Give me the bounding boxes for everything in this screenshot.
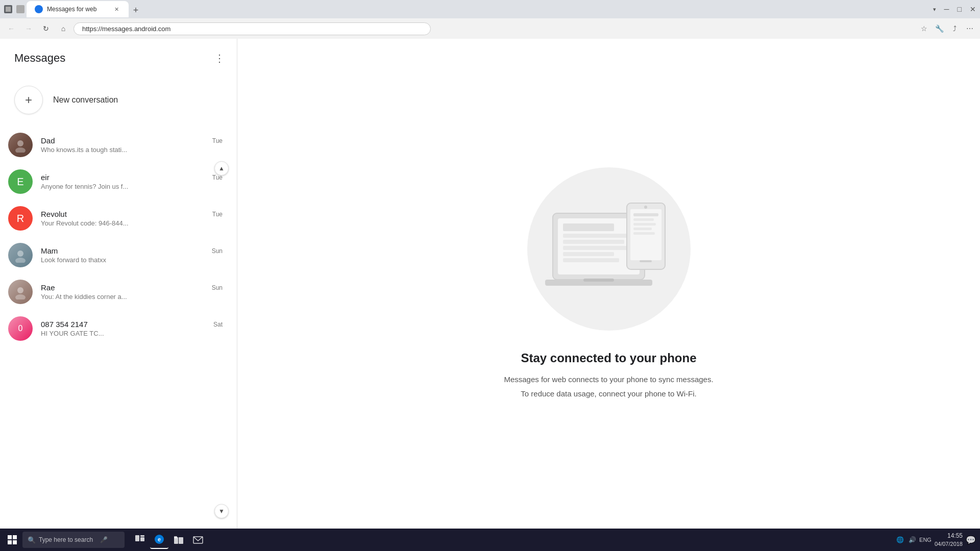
address-bar: ← → ↻ ⌂ https://messages.android.com ☆ 🔧…	[0, 18, 980, 39]
svg-rect-0	[6, 7, 11, 12]
more-menu-button[interactable]: ⋮	[210, 49, 229, 67]
more-icon: ⋮	[214, 52, 225, 64]
conv-name-row: Revolut Tue	[41, 210, 223, 218]
taskbar-right: 🌐 🔊 ENG 14:55 04/07/2018 💬	[895, 532, 976, 548]
sidebar: Messages ⋮ + New conversation Dad Tue Wh…	[0, 39, 237, 529]
tab-bar-right: ▾ ─ □ ✕	[931, 5, 976, 14]
svg-rect-25	[633, 232, 655, 235]
svg-rect-12	[563, 246, 629, 250]
svg-rect-11	[563, 240, 624, 244]
taskbar-search[interactable]: 🔍 Type here to search 🎤	[22, 532, 125, 548]
conv-preview: Who knows.its a tough stati...	[41, 146, 223, 154]
svg-rect-21	[633, 213, 658, 216]
conversations-list: Dad Tue Who knows.its a tough stati... E…	[0, 127, 237, 529]
taskbar-task-view[interactable]	[131, 531, 149, 549]
menu-button[interactable]: ⋯	[964, 22, 976, 35]
search-icon: 🔍	[28, 536, 36, 544]
svg-rect-29	[13, 540, 17, 544]
scroll-down-button[interactable]: ▼	[214, 504, 229, 518]
network-icon[interactable]: 🌐	[895, 535, 905, 545]
address-bar-right: ☆ 🔧 ⤴ ⋯	[918, 22, 976, 35]
conv-info: 087 354 2147 Sat HI YOUR GATE TC...	[41, 320, 223, 337]
svg-point-2	[15, 147, 26, 153]
svg-rect-13	[563, 252, 614, 256]
avatar	[8, 243, 33, 267]
tab-dropdown-button[interactable]: ▾	[931, 5, 938, 14]
close-window-button[interactable]: ✕	[970, 5, 976, 13]
conv-preview: Your Revolut code: 946-844...	[41, 219, 223, 227]
conv-name: eir	[41, 173, 50, 182]
svg-rect-14	[563, 258, 619, 262]
conv-time: Tue	[212, 211, 223, 218]
back-button[interactable]: ←	[4, 21, 18, 36]
svg-rect-27	[13, 535, 17, 539]
window-tabs-icon	[16, 5, 24, 13]
taskbar-clock[interactable]: 14:55 04/07/2018	[935, 532, 963, 548]
list-item[interactable]: E eir Tue Anyone for tennis? Join us f..…	[0, 163, 237, 200]
conv-info: eir Tue Anyone for tennis? Join us f...	[41, 173, 223, 190]
url-input[interactable]: https://messages.android.com	[74, 22, 431, 35]
conv-info: Revolut Tue Your Revolut code: 946-844..…	[41, 210, 223, 227]
new-conversation-icon: +	[14, 86, 43, 114]
svg-rect-10	[563, 234, 634, 238]
svg-rect-22	[633, 218, 654, 221]
microphone-icon: 🎤	[100, 536, 108, 543]
list-item[interactable]: Dad Tue Who knows.its a tough stati...	[0, 127, 237, 163]
list-item[interactable]: 0 087 354 2147 Sat HI YOUR GATE TC...	[0, 310, 237, 347]
maximize-button[interactable]: □	[958, 5, 962, 13]
conv-name-row: eir Tue	[41, 173, 223, 182]
home-button[interactable]: ⌂	[56, 21, 70, 36]
volume-icon[interactable]: 🔊	[907, 535, 917, 545]
taskbar-mail-app[interactable]	[189, 531, 207, 549]
svg-rect-20	[640, 260, 652, 262]
list-item[interactable]: R Revolut Tue Your Revolut code: 946-844…	[0, 200, 237, 237]
main-subtext-1: Messages for web connects to your phone …	[504, 373, 713, 386]
list-item[interactable]: Mam Sun Look forward to thatxx	[0, 237, 237, 273]
svg-point-4	[15, 258, 26, 263]
scroll-up-button[interactable]: ▲	[214, 161, 229, 176]
taskbar-time-display: 14:55	[935, 532, 963, 540]
svg-rect-32	[140, 535, 144, 537]
tab-close-button[interactable]: ✕	[112, 5, 120, 13]
conv-info: Dad Tue Who knows.its a tough stati...	[41, 136, 223, 154]
taskbar-apps: e	[131, 531, 207, 549]
avatar: 0	[8, 316, 33, 341]
taskbar-edge-app[interactable]: e	[150, 531, 168, 549]
svg-rect-23	[633, 223, 656, 226]
extensions-button[interactable]: 🔧	[933, 22, 945, 35]
refresh-button[interactable]: ↻	[39, 21, 53, 36]
conv-preview: You: At the kiddies corner a...	[41, 293, 223, 300]
bookmarks-button[interactable]: ☆	[918, 22, 930, 35]
conv-time: Sat	[213, 321, 223, 328]
forward-button[interactable]: →	[21, 21, 36, 36]
svg-rect-36	[174, 536, 177, 538]
conv-time: Tue	[212, 137, 223, 144]
svg-rect-31	[140, 537, 144, 541]
lang-indicator: ENG	[919, 537, 932, 543]
main-heading: Stay connected to your phone	[521, 351, 696, 365]
taskbar-file-explorer[interactable]	[169, 531, 188, 549]
notification-button[interactable]: 💬	[966, 535, 976, 545]
svg-point-3	[17, 251, 23, 257]
window-icon	[4, 5, 12, 13]
conv-time: Sun	[212, 284, 223, 291]
new-conversation-button[interactable]: + New conversation	[0, 73, 237, 127]
svg-text:e: e	[158, 536, 161, 542]
svg-rect-28	[8, 540, 12, 544]
illustration	[527, 167, 691, 331]
active-tab[interactable]: Messages for web ✕	[27, 1, 129, 17]
conv-name: 087 354 2147	[41, 320, 88, 329]
tab-list: Messages for web ✕ +	[24, 1, 931, 17]
list-item[interactable]: Rae Sun You: At the kiddies corner a...	[0, 273, 237, 310]
start-button[interactable]	[4, 532, 20, 548]
minimize-button[interactable]: ─	[944, 5, 949, 13]
conv-name: Revolut	[41, 210, 67, 218]
browser-chrome: Messages for web ✕ + ▾ ─ □ ✕ ← → ↻ ⌂ htt…	[0, 0, 980, 39]
tab-title: Messages for web	[47, 6, 96, 13]
new-tab-button[interactable]: +	[129, 3, 143, 17]
svg-point-1	[17, 140, 23, 146]
conv-time: Sun	[212, 247, 223, 255]
svg-rect-37	[179, 537, 183, 544]
share-button[interactable]: ⤴	[948, 22, 961, 35]
conv-name: Dad	[41, 136, 55, 145]
